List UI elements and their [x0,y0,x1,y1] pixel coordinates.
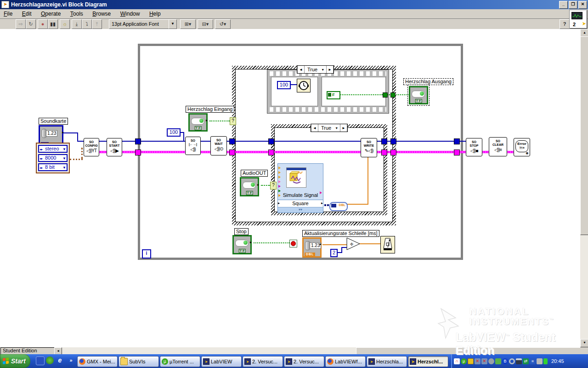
tray-gray-icon[interactable] [537,358,543,364]
so-clear-node[interactable]: SOCLEAR ◁))≡ [489,137,507,156]
menu-operate[interactable]: Operate [37,9,64,18]
sound-format-cluster[interactable]: ◂▸stereo▼ ◂▸8000▼ ◂▸8 bit▼ [36,143,70,173]
expand-chevron-icon[interactable]: ▾▾ [278,208,323,213]
stop-control[interactable]: T F [232,235,252,254]
quicklaunch-ie-icon[interactable]: e [56,356,64,364]
herzschlag-eingang-label[interactable]: Herzschlag Eingang [186,106,234,113]
soundkarte-value[interactable]: 1.23 [46,130,57,137]
tray-book-icon[interactable]: ≡ [530,358,536,364]
vi-icon[interactable]: 2 ➤ [570,10,587,29]
so-config-node[interactable]: SOCONFIG ◁))ΥΤ [84,138,99,156]
taskbar-button-utorrent[interactable]: µµTorrent ... [160,356,200,367]
herzschlag-ausgang-label[interactable]: Herzschlag Ausgang [403,78,453,85]
tray-network-disconnected-icon[interactable]: ✕ [475,358,481,364]
highlight-execution-button[interactable]: ☼ [60,19,70,29]
divide-node[interactable]: ÷ [346,237,361,253]
sequence-wait-constant[interactable]: 100 [277,81,291,89]
pause-button[interactable]: ▮▮ [48,19,58,29]
reorder-dropdown[interactable]: ↺▾ [215,19,231,29]
start-button[interactable]: Start [0,354,30,368]
audioout-label[interactable]: AudioOUT [241,170,268,177]
convert-to-array-icon[interactable]: DBL [329,202,348,211]
tray-avira-icon[interactable]: ∩ [454,358,460,364]
audioout-control[interactable]: T F [240,177,259,196]
vertical-scrollbar[interactable]: ▲ ▼ [580,29,588,347]
quicklaunch-messenger-icon[interactable] [36,356,45,365]
restore-button[interactable]: ❐ [569,1,577,9]
tray-display-icon[interactable] [516,358,522,364]
tray-usb-icon[interactable] [495,358,501,364]
case-inner-next-icon[interactable]: ► [340,124,347,132]
taskbar-clock[interactable]: 20:45 [551,358,564,364]
tray-utorrent-icon[interactable]: µ [461,358,467,364]
taskbar-button-labviewforum[interactable]: LabVIEWf... [325,356,366,367]
taskbar-button-herzschlag-front[interactable]: ➤Herzschla... [367,356,407,367]
stop-label[interactable]: Stop [234,228,249,235]
quicklaunch-app-icon[interactable] [46,356,54,364]
tray-lock-icon[interactable] [468,358,474,364]
simple-error-handler-node[interactable]: Error?!+ ✳ [514,138,530,156]
step-over-button[interactable]: ⤵ [82,19,92,29]
bits-dropdown[interactable]: ◂▸8 bit▼ [38,163,68,171]
buffer-size-constant[interactable]: 100 [167,128,181,137]
stereo-dropdown[interactable]: ◂▸stereo▼ [38,145,68,153]
simulate-signal-express-vi[interactable]: Simulate Signal ▸Square▸ ▾▾ [277,163,323,213]
distribute-objects-dropdown[interactable]: ⊟▾ [198,19,213,29]
false-constant[interactable]: F [327,91,340,99]
case-outer-prev-icon[interactable]: ◄ [297,66,305,73]
rate-control[interactable]: 1.23 DBL [302,237,322,258]
tray-ring-icon[interactable] [509,358,515,364]
align-objects-dropdown[interactable]: ⊞▾ [180,19,196,29]
student-edition-tab[interactable]: Student Edition [0,347,57,355]
loop-condition-terminal[interactable] [289,240,297,247]
font-selector[interactable]: 13pt Application Font [109,19,172,29]
soundkarte-label[interactable]: Soundkarte [39,118,68,125]
rate-label[interactable]: Aktualisierungsrate Schleife [ms] [302,230,379,237]
loop-iteration-terminal[interactable]: i [142,249,151,259]
abort-button[interactable]: ● [38,19,48,29]
taskbar-button-labview[interactable]: ➤LabVIEW [201,356,242,367]
tray-network-disconnected-icon-2[interactable]: ✕ [481,358,487,364]
tray-volume-icon[interactable] [488,358,494,364]
menu-file[interactable]: File [0,9,16,18]
case-inner-prev-icon[interactable]: ◄ [311,124,318,132]
wait-ms-clock-icon[interactable] [297,79,311,92]
case-outer-selector[interactable]: ◄ True ▼ ► [297,65,334,74]
so-stop-node[interactable]: SOSTOP ◁))■ [466,138,482,156]
herzschlag-eingang-control[interactable]: T F [188,113,208,132]
minimize-button[interactable]: _ [559,1,568,9]
case-inner-selector[interactable]: ◄ True ▼ ► [311,124,348,132]
step-out-button[interactable]: ⤒ [92,19,102,29]
express-vi-output-square[interactable]: ▸Square▸ [278,200,323,207]
help-button[interactable]: ? [560,19,570,29]
so-write-node[interactable]: SOWRITE ✎◁)) [361,138,377,157]
menu-help[interactable]: Help [146,9,164,18]
tray-sync-icon[interactable]: ⇄ [523,358,529,364]
case-inner-dropdown-icon[interactable]: ▼ [335,126,340,130]
divisor-constant[interactable]: 2 [330,249,338,257]
step-into-button[interactable]: ⤓ [72,19,82,29]
taskbar-button-versuch-1[interactable]: ➤2. Versuc... [243,356,283,367]
so-set-buffer-node[interactable]: SO|←→| ◁)) [185,137,201,155]
herzschlag-ausgang-indicator[interactable]: T F [409,86,428,104]
menu-tools[interactable]: Tools [67,9,87,18]
tray-battery-icon[interactable] [543,358,548,364]
so-start-node[interactable]: SOSTART ◁))▶ [107,138,122,156]
case-outer-dropdown-icon[interactable]: ▼ [321,68,326,71]
run-button[interactable]: ⇨ [16,19,26,29]
run-continuous-button[interactable]: ↻ [26,19,36,29]
taskbar-button-gmx[interactable]: GMX - Mei... [77,356,118,367]
tray-bluetooth-icon[interactable]: B [502,358,508,364]
taskbar-button-herzschlag-diagram[interactable]: ➤Herzschl... [408,356,448,367]
menu-edit[interactable]: Edit [18,9,35,18]
vertical-scroll-thumb[interactable] [580,36,588,235]
menu-window[interactable]: Window [117,9,144,18]
rate-dropdown[interactable]: ◂▸8000▼ [38,154,68,162]
close-button[interactable]: ✕ [578,1,587,9]
so-wait-node[interactable]: SOWAIT ◁))⊙ [210,136,227,155]
menu-browse[interactable]: Browse [89,9,114,18]
taskbar-button-versuch-2[interactable]: ➤2. Versuc... [284,356,324,367]
wait-next-ms-multiple-icon[interactable] [380,236,395,253]
taskbar-button-subvis[interactable]: SubVIs [119,356,159,367]
quicklaunch-overflow-chevron[interactable]: » [67,356,75,364]
